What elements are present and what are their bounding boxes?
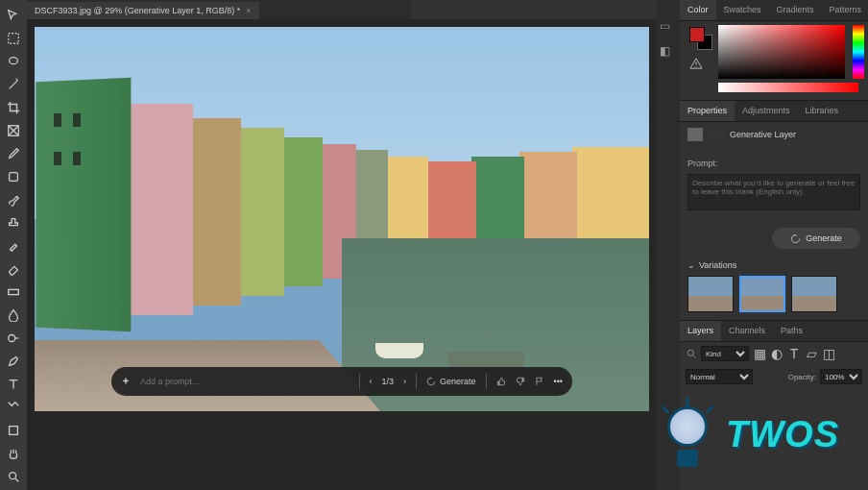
document-tab-bar: DSCF3933.jpg @ 29% (Generative Layer 1, … <box>27 0 411 19</box>
pager-count: 1/3 <box>382 377 395 386</box>
lasso-tool[interactable] <box>4 52 23 71</box>
chevron-down-icon: ⌄ <box>687 260 695 270</box>
generative-prompt-bar: ‹ 1/3 › Generate ••• <box>111 367 572 396</box>
foreground-swatch[interactable] <box>689 27 705 42</box>
history-brush-tool[interactable] <box>4 236 23 256</box>
color-ramp[interactable] <box>718 83 858 92</box>
generate-label: Generate <box>440 377 476 386</box>
prompt-label: Prompt: <box>687 159 718 168</box>
marquee-tool[interactable] <box>4 29 23 48</box>
dodge-tool[interactable] <box>4 329 23 348</box>
filter-type-icon[interactable]: T <box>787 347 801 360</box>
frame-tool[interactable] <box>4 121 23 140</box>
variation-thumb-1[interactable] <box>687 276 734 312</box>
shape-tool[interactable] <box>4 421 23 440</box>
tab-libraries[interactable]: Libraries <box>798 101 847 121</box>
tab-adjustments[interactable]: Adjustments <box>735 101 798 121</box>
blend-mode-select[interactable]: Normal <box>686 369 753 384</box>
more-icon[interactable]: ••• <box>554 377 563 386</box>
layer-filter-kind[interactable]: Kind <box>701 346 749 361</box>
heal-tool[interactable] <box>4 167 23 186</box>
crop-tool[interactable] <box>4 98 23 117</box>
panel-icon-1[interactable]: ▭ <box>660 19 677 37</box>
svg-rect-3 <box>10 173 18 182</box>
pager-prev[interactable]: ‹ <box>370 377 373 386</box>
blur-tool[interactable] <box>4 306 23 325</box>
tab-channels[interactable]: Channels <box>721 321 773 341</box>
generate-button-label: Generate <box>806 233 842 243</box>
path-tool[interactable] <box>4 398 23 417</box>
opacity-label: Opacity: <box>788 373 816 381</box>
color-panel: Color Swatches Gradients Patterns <box>680 0 868 100</box>
tab-properties[interactable]: Properties <box>680 101 735 121</box>
gamut-warning-icon[interactable] <box>689 58 703 69</box>
svg-rect-0 <box>9 34 19 44</box>
opacity-select[interactable]: 100% <box>820 369 862 384</box>
panel-icon-2[interactable]: ◧ <box>660 44 677 61</box>
layer-mask-icon <box>709 128 724 141</box>
filter-pixel-icon[interactable]: ▦ <box>753 347 766 360</box>
canvas[interactable]: ‹ 1/3 › Generate ••• <box>35 27 649 411</box>
color-field[interactable] <box>718 25 845 79</box>
filter-shape-icon[interactable]: ▱ <box>805 347 818 360</box>
svg-point-5 <box>9 335 15 342</box>
thumbs-up-icon[interactable] <box>496 377 506 386</box>
gradient-tool[interactable] <box>4 282 23 302</box>
filter-smart-icon[interactable]: ◫ <box>822 347 835 360</box>
watermark-text: TWOS <box>726 414 839 455</box>
blend-opacity-row: Normal Opacity: 100% <box>680 365 868 388</box>
tab-color[interactable]: Color <box>680 0 716 20</box>
layer-filter-row: Kind ▦ ◐ T ▱ ◫ <box>680 342 868 365</box>
tab-paths[interactable]: Paths <box>773 321 810 341</box>
tab-gradients[interactable]: Gradients <box>769 0 822 20</box>
layer-thumb-icon <box>687 128 703 141</box>
prompt-section: Prompt: <box>680 147 868 220</box>
color-panel-tabs: Color Swatches Gradients Patterns <box>680 0 868 21</box>
pager-next[interactable]: › <box>403 377 406 386</box>
brush-tool[interactable] <box>4 190 23 209</box>
prompt-textarea[interactable] <box>687 174 860 210</box>
properties-panel: Properties Adjustments Libraries Generat… <box>680 100 868 320</box>
filter-adjust-icon[interactable]: ◐ <box>770 347 784 360</box>
svg-point-1 <box>10 58 18 64</box>
watermark: TWOS <box>659 399 839 471</box>
layers-panel: Layers Channels Paths Kind ▦ ◐ T ▱ ◫ Nor… <box>680 320 868 388</box>
hand-tool[interactable] <box>4 444 23 463</box>
generate-button-panel[interactable]: Generate <box>772 228 860 249</box>
variation-thumb-2[interactable] <box>739 276 785 312</box>
svg-point-8 <box>687 350 693 355</box>
flag-icon[interactable] <box>535 377 544 386</box>
close-icon[interactable]: × <box>246 6 251 15</box>
left-toolbar <box>0 0 27 490</box>
move-tool[interactable] <box>4 6 23 25</box>
tab-layers[interactable]: Layers <box>680 321 721 341</box>
document-tab-label: DSCF3933.jpg @ 29% (Generative Layer 1, … <box>35 6 240 15</box>
layers-panel-tabs: Layers Channels Paths <box>680 321 868 342</box>
eraser-tool[interactable] <box>4 259 23 279</box>
zoom-tool[interactable] <box>4 467 23 486</box>
canvas-area: ‹ 1/3 › Generate ••• <box>27 19 657 490</box>
document-tab[interactable]: DSCF3933.jpg @ 29% (Generative Layer 1, … <box>27 2 259 21</box>
variation-thumb-3[interactable] <box>791 276 837 312</box>
eyedropper-tool[interactable] <box>4 144 23 163</box>
svg-rect-4 <box>9 289 19 294</box>
stamp-tool[interactable] <box>4 213 23 233</box>
generate-button[interactable]: Generate <box>426 377 476 386</box>
wand-tool[interactable] <box>4 75 23 94</box>
svg-point-7 <box>10 473 16 479</box>
prompt-input[interactable] <box>140 377 350 386</box>
tab-patterns[interactable]: Patterns <box>822 0 868 20</box>
hue-slider[interactable] <box>853 25 864 79</box>
thumbs-down-icon[interactable] <box>516 377 525 386</box>
pen-tool[interactable] <box>4 352 23 371</box>
svg-rect-6 <box>10 427 18 435</box>
type-tool[interactable] <box>4 375 23 394</box>
variations-section: ⌄Variations <box>680 257 868 320</box>
layer-info: Generative Layer <box>680 122 868 147</box>
sparkle-icon <box>121 377 131 386</box>
search-icon <box>686 348 697 359</box>
layer-name: Generative Layer <box>730 130 796 139</box>
variations-label[interactable]: ⌄Variations <box>687 260 860 270</box>
lightbulb-icon <box>659 399 716 471</box>
tab-swatches[interactable]: Swatches <box>716 0 769 20</box>
